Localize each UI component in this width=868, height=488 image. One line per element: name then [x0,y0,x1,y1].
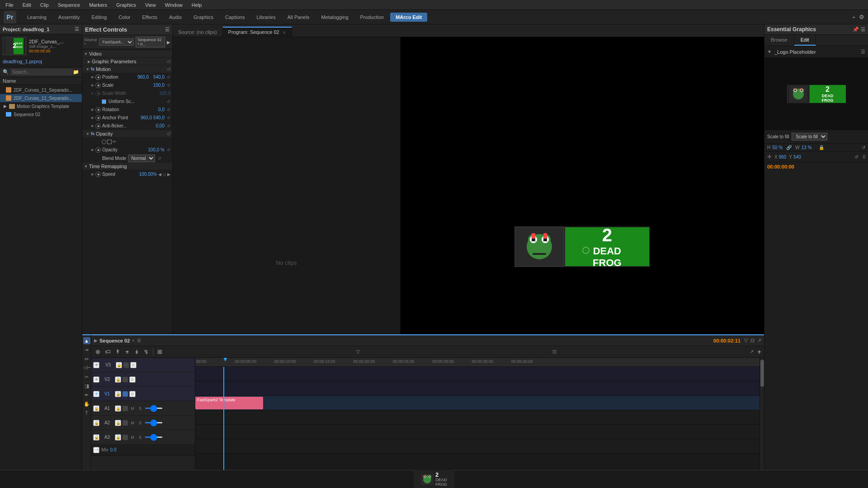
uniform-scale-reset[interactable]: ↺ [167,99,170,104]
menu-clip[interactable]: Clip [38,1,51,9]
v2-source-patch[interactable] [123,377,128,382]
list-item[interactable]: 2DF_Curvas_11_Separado... [0,94,82,102]
source-monitor-tab[interactable]: Source: (no clips) [173,28,223,37]
scale-value[interactable]: 100,0 [153,83,165,88]
rotation-keyframe-icon[interactable]: ◈ [95,107,101,113]
project-search-input[interactable] [10,69,73,75]
menu-graphics[interactable]: Graphics [114,1,138,9]
a3-m-btn[interactable]: M [129,434,136,441]
a1-volume-slider[interactable] [145,408,163,409]
opacity-keyframe-icon[interactable]: ◈ [95,147,101,153]
position-y-value[interactable]: 540,0 [153,75,165,80]
ws-tab-libraries[interactable]: Libraries [251,13,281,22]
a2-s-btn[interactable]: S [137,420,143,426]
eg-y-value[interactable]: 540 [793,155,801,160]
tl-marker-btn[interactable]: 🏷 [104,347,112,356]
ws-tab-color[interactable]: Color [113,13,136,22]
tl-export-icon[interactable]: ↗ [750,349,754,355]
timeline-current-time[interactable]: 00:00:02:11 [713,338,741,343]
speed-prev-keyframe[interactable]: ◀ [158,172,161,177]
graphic-params-header[interactable]: ▶ Graphic Parameters ↺ [82,58,172,66]
v1-sync-lock[interactable]: ⊙ [129,391,136,397]
v2-lock-btn[interactable]: 🔒 [115,376,121,383]
mix-end-btn[interactable]: ⊣ [93,447,99,453]
anchor-point-x-value[interactable]: 960,0 [141,115,152,120]
video-section-header[interactable]: ▼ Video [82,50,172,58]
speed-add-keyframe[interactable]: ◇ [163,172,166,177]
ws-tab-effects[interactable]: Effects [137,13,162,22]
opacity-value[interactable]: 100,0 % [148,147,165,152]
a3-s-btn[interactable]: S [137,434,143,441]
eg-lock-icon[interactable]: 🔒 [819,145,824,150]
eg-h-value[interactable]: 50 % [772,145,783,150]
eg-section-menu-icon[interactable]: ☰ [861,49,865,55]
a1-lock-btn[interactable]: 🔒 [115,405,121,412]
opacity-reset[interactable]: ↺ [167,148,170,152]
ws-tab-allpanels[interactable]: All Panels [282,13,315,22]
program-monitor-tab-close[interactable]: ✕ [283,30,286,35]
ws-tab-learning[interactable]: Learning [22,13,52,22]
eg-xy-reset-icon[interactable]: ↺ [854,155,858,160]
v3-source-patch[interactable] [123,362,129,368]
ws-tab-metalogging[interactable]: Metalogging [316,13,354,22]
opacity-section-header[interactable]: ▼ fx Opacity ↺ [82,130,172,138]
timeline-menu-icon[interactable]: ☰ [137,338,141,343]
fastspark-clip[interactable]: FastSpark2 Template [195,397,263,409]
timeline-play-icon[interactable]: ▶ [94,338,98,343]
a3-toggle-mute[interactable]: 🔒 [93,434,99,441]
graphic-reset-icon[interactable]: ↺ [167,59,170,64]
ws-tab-editing[interactable]: Editing [86,13,113,22]
a1-source-patch[interactable] [123,406,128,411]
a1-s-btn[interactable]: S [137,405,143,412]
rotation-reset-icon[interactable]: ↺ [167,108,170,112]
tl-insert-btn[interactable]: ↡ [133,347,141,356]
track-select-tool[interactable]: ↠ [83,346,90,353]
motion-section-header[interactable]: ▼ fx Motion ↺ [82,66,172,73]
anchor-point-reset[interactable]: ↺ [167,116,170,120]
speed-value[interactable]: 100,00% [139,172,157,177]
v1-source-patch[interactable] [123,391,128,397]
rectangle-tool-icon[interactable] [107,140,112,144]
timeline-right-scrollbar[interactable] [760,358,764,488]
menu-file[interactable]: File [4,1,15,9]
eg-hw-reset-icon[interactable]: ↺ [862,145,865,150]
menu-markers[interactable]: Markers [87,1,109,9]
speed-next-keyframe[interactable]: ▶ [167,172,170,177]
tl-filter-icon[interactable]: ▽ [356,349,360,355]
tl-extract-btn[interactable]: ⌆ [123,347,131,356]
list-item[interactable]: 2DF_Curvas_11_Separado... [0,86,82,94]
ws-tab-audio[interactable]: Audio [164,13,187,22]
program-monitor-tab[interactable]: Program: Sequence 02 ✕ [223,27,292,37]
eg-x-value[interactable]: 960 [779,155,787,160]
a3-volume-slider[interactable] [145,436,163,438]
v3-toggle-visibility[interactable]: 👁 [93,362,99,368]
timeline-tab-close[interactable]: ✕ [132,338,135,343]
ws-tab-captions[interactable]: Captions [220,13,250,22]
rolling-edit-tool[interactable]: ⊣⊢ [83,364,90,371]
menu-help[interactable]: Help [190,1,204,9]
anchor-point-y-value[interactable]: 540,0 [153,115,165,120]
pen-tool[interactable]: ✒ [83,391,90,399]
menu-view[interactable]: View [143,1,158,9]
ws-tab-production[interactable]: Production [355,13,390,22]
menu-edit[interactable]: Edit [21,1,33,9]
motion-reset-icon[interactable]: ↺ [167,67,170,72]
tl-add-btn[interactable]: + [757,348,761,356]
uniform-scale-checkbox[interactable] [102,99,106,104]
a3-source-patch[interactable] [123,435,128,440]
eg-edit-tab[interactable]: Edit [794,35,816,46]
source-dropdown[interactable]: FastSpark... [99,38,134,46]
a2-source-patch[interactable] [123,420,128,426]
blend-mode-select[interactable]: Normal Multiply Screen [128,155,155,162]
selection-tool[interactable]: ▲ [83,337,90,344]
menu-sequence[interactable]: Sequence [56,1,82,9]
timeline-filter-icon[interactable]: ▽ [744,338,748,343]
effect-controls-menu-icon[interactable]: ☰ [165,27,170,33]
ws-tab-graphics[interactable]: Graphics [188,13,219,22]
type-tool[interactable]: T [83,409,90,417]
timeline-link-icon[interactable]: ⊡ [750,338,755,343]
timeline-export-icon[interactable]: ↗ [757,338,761,343]
eg-reset-zero[interactable]: 0 [863,155,865,160]
eg-link-icon[interactable]: 🔗 [786,145,792,150]
project-menu-icon[interactable]: ☰ [75,26,79,32]
